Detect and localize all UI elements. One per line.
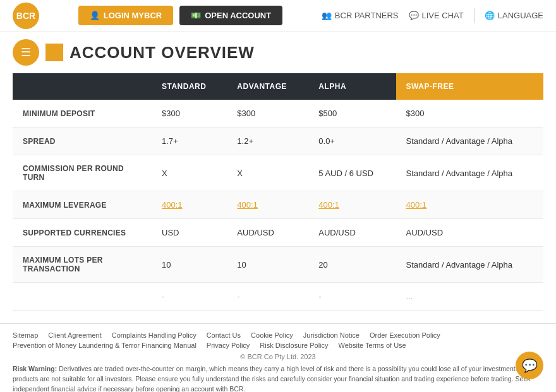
chat-float-icon: 💬 — [522, 358, 538, 373]
risk-warning-text: Derivatives are traded over-the-counter … — [13, 365, 537, 392]
cell-swapfree: AUD/USD — [396, 219, 543, 247]
page-title-box: ACCOUNT OVERVIEW — [45, 43, 255, 62]
col-header-alpha: ALPHA — [308, 73, 396, 100]
table-row: COMMISSION PER ROUND TURNXX5 AUD / 6 USD… — [13, 155, 543, 191]
footer-link-item[interactable]: Contact Us — [207, 331, 241, 339]
row-label: MAXIMUM LOTS PER TRANSACTION — [13, 247, 152, 283]
footer-risk: Risk Warning: Derivatives are traded ove… — [13, 364, 543, 392]
leverage-link-standard[interactable]: 400:1 — [162, 200, 183, 210]
table-body: MINIMUM DEPOSIT$300$300$500$300SPREAD1.7… — [13, 100, 543, 311]
account-table-container: STANDARD ADVANTAGE ALPHA SWAP-FREE MINIM… — [13, 73, 543, 311]
partners-icon: 👥 — [322, 11, 332, 20]
cell-alpha: 5 AUD / 6 USD — [308, 155, 396, 191]
leverage-link-alpha[interactable]: 400:1 — [318, 200, 339, 210]
table-row: MINIMUM DEPOSIT$300$300$500$300 — [13, 100, 543, 128]
sub-header: ☰ ACCOUNT OVERVIEW — [0, 32, 556, 73]
footer-link-item[interactable]: Cookie Policy — [251, 331, 293, 339]
footer-links: SitemapClient AgreementComplaints Handli… — [13, 331, 543, 349]
chat-float-button[interactable]: 💬 — [516, 352, 543, 379]
cell-advantage: 10 — [227, 247, 308, 283]
login-button[interactable]: 👤 LOGIN MYBCR — [78, 6, 173, 25]
chat-icon: 💬 — [409, 11, 419, 20]
footer-link-item[interactable]: Jurisdiction Notice — [303, 331, 360, 339]
cell-advantage: X — [227, 155, 308, 191]
table-row-partial: ---... — [13, 283, 543, 311]
cell-partial: - — [308, 283, 396, 311]
row-label: SPREAD — [13, 128, 152, 155]
header: BCR 👤 LOGIN MYBCR 💵 OPEN ACCOUNT 👥 BCR P… — [0, 0, 556, 32]
footer-link-item[interactable]: Sitemap — [13, 331, 38, 339]
cell-partial: - — [152, 283, 227, 311]
cell-alpha: AUD/USD — [308, 219, 396, 247]
cell-advantage: AUD/USD — [227, 219, 308, 247]
wallet-icon: 💵 — [191, 11, 201, 20]
table-row: MAXIMUM LOTS PER TRANSACTION101020Standa… — [13, 247, 543, 283]
logo: BCR — [13, 3, 39, 29]
cell-advantage[interactable]: 400:1 — [227, 191, 308, 219]
footer: SitemapClient AgreementComplaints Handli… — [0, 323, 556, 392]
cell-alpha: $500 — [308, 100, 396, 128]
cell-standard: 1.7+ — [152, 128, 227, 155]
row-label: COMMISSION PER ROUND TURN — [13, 155, 152, 191]
cell-swapfree: $300 — [396, 100, 543, 128]
cell-swapfree[interactable]: 400:1 — [396, 191, 543, 219]
leverage-link-swapfree[interactable]: 400:1 — [406, 200, 427, 210]
hamburger-icon: ☰ — [21, 45, 31, 59]
live-chat-link[interactable]: 💬 LIVE CHAT — [409, 11, 464, 20]
table-row: SUPPORTED CURRENCIESUSDAUD/USDAUD/USDAUD… — [13, 219, 543, 247]
cell-partial: ... — [396, 283, 543, 311]
row-label: MINIMUM DEPOSIT — [13, 100, 152, 128]
footer-copyright: © BCR Co Pty Ltd. 2023 — [13, 353, 543, 360]
footer-link-item[interactable]: Client Agreement — [48, 331, 101, 339]
row-label: MAXIMUM LEVERAGE — [13, 191, 152, 219]
cell-standard: $300 — [152, 100, 227, 128]
cell-alpha: 20 — [308, 247, 396, 283]
cell-advantage: 1.2+ — [227, 128, 308, 155]
footer-link-item[interactable]: Privacy Policy — [207, 342, 250, 349]
table-row: MAXIMUM LEVERAGE400:1400:1400:1400:1 — [13, 191, 543, 219]
account-table: STANDARD ADVANTAGE ALPHA SWAP-FREE MINIM… — [13, 73, 543, 311]
footer-link-item[interactable]: Order Execution Policy — [370, 331, 440, 339]
col-header-advantage: ADVANTAGE — [227, 73, 308, 100]
language-link[interactable]: 🌐 LANGUAGE — [485, 11, 543, 20]
globe-icon: 🌐 — [485, 11, 495, 20]
cell-partial: - — [227, 283, 308, 311]
hamburger-button[interactable]: ☰ — [13, 39, 39, 66]
table-header-row: STANDARD ADVANTAGE ALPHA SWAP-FREE — [13, 73, 543, 100]
user-icon: 👤 — [90, 11, 100, 20]
cell-standard[interactable]: 400:1 — [152, 191, 227, 219]
title-icon — [45, 44, 63, 61]
divider — [474, 8, 474, 23]
cell-advantage: $300 — [227, 100, 308, 128]
footer-link-item[interactable]: Website Terms of Use — [339, 342, 406, 349]
footer-link-item[interactable]: Risk Disclosure Policy — [260, 342, 328, 349]
cell-alpha[interactable]: 400:1 — [308, 191, 396, 219]
header-center: 👤 LOGIN MYBCR 💵 OPEN ACCOUNT — [78, 6, 282, 25]
cell-swapfree: Standard / Advantage / Alpha — [396, 128, 543, 155]
col-header-swapfree: SWAP-FREE — [396, 73, 543, 100]
cell-standard: X — [152, 155, 227, 191]
bcr-partners-link[interactable]: 👥 BCR PARTNERS — [322, 11, 399, 20]
cell-alpha: 0.0+ — [308, 128, 396, 155]
page-title: ACCOUNT OVERVIEW — [70, 43, 255, 62]
cell-standard: 10 — [152, 247, 227, 283]
cell-swapfree: Standard / Advantage / Alpha — [396, 155, 543, 191]
col-header-standard: STANDARD — [152, 73, 227, 100]
leverage-link-advantage[interactable]: 400:1 — [237, 200, 258, 210]
footer-link-item[interactable]: Prevention of Money Laundering & Terror … — [13, 342, 196, 349]
table-row: SPREAD1.7+1.2+0.0+Standard / Advantage /… — [13, 128, 543, 155]
cell-swapfree: Standard / Advantage / Alpha — [396, 247, 543, 283]
col-header-empty — [13, 73, 152, 100]
risk-warning-label: Risk Warning: — [13, 365, 57, 372]
open-account-button[interactable]: 💵 OPEN ACCOUNT — [179, 6, 282, 25]
cell-partial — [13, 283, 152, 311]
footer-link-item[interactable]: Complaints Handling Policy — [112, 331, 196, 339]
header-right: 👥 BCR PARTNERS 💬 LIVE CHAT 🌐 LANGUAGE — [322, 8, 543, 23]
row-label: SUPPORTED CURRENCIES — [13, 219, 152, 247]
cell-standard: USD — [152, 219, 227, 247]
